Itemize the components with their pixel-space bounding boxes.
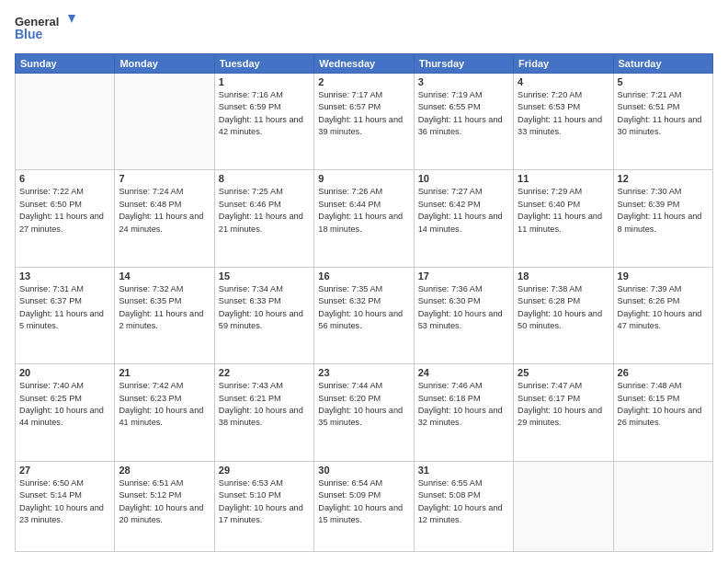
weekday-header: Saturday	[613, 54, 712, 74]
day-info: Sunrise: 7:44 AMSunset: 6:20 PMDaylight:…	[318, 380, 409, 429]
calendar-cell: 7Sunrise: 7:24 AMSunset: 6:48 PMDaylight…	[115, 170, 214, 267]
day-info: Sunrise: 7:16 AMSunset: 6:59 PMDaylight:…	[219, 89, 310, 138]
day-info: Sunrise: 7:21 AMSunset: 6:51 PMDaylight:…	[618, 89, 709, 138]
calendar-cell: 14Sunrise: 7:32 AMSunset: 6:35 PMDayligh…	[115, 267, 214, 363]
day-info: Sunrise: 7:46 AMSunset: 6:18 PMDaylight:…	[418, 380, 509, 429]
calendar-cell: 12Sunrise: 7:30 AMSunset: 6:39 PMDayligh…	[613, 170, 712, 267]
calendar-cell: 22Sunrise: 7:43 AMSunset: 6:21 PMDayligh…	[214, 364, 313, 461]
day-info: Sunrise: 6:51 AMSunset: 5:12 PMDaylight:…	[119, 477, 210, 526]
calendar-cell: 30Sunrise: 6:54 AMSunset: 5:09 PMDayligh…	[314, 461, 414, 551]
weekday-header: Sunday	[16, 54, 115, 74]
day-info: Sunrise: 7:29 AMSunset: 6:40 PMDaylight:…	[518, 186, 609, 235]
day-info: Sunrise: 7:20 AMSunset: 6:53 PMDaylight:…	[518, 89, 609, 138]
calendar-cell: 16Sunrise: 7:35 AMSunset: 6:32 PMDayligh…	[314, 267, 414, 363]
calendar-cell: 1Sunrise: 7:16 AMSunset: 6:59 PMDaylight…	[214, 74, 313, 170]
calendar-cell: 25Sunrise: 7:47 AMSunset: 6:17 PMDayligh…	[514, 364, 613, 461]
day-info: Sunrise: 6:53 AMSunset: 5:10 PMDaylight:…	[219, 477, 310, 526]
day-info: Sunrise: 7:26 AMSunset: 6:44 PMDaylight:…	[318, 186, 409, 235]
day-info: Sunrise: 7:25 AMSunset: 6:46 PMDaylight:…	[219, 186, 310, 235]
weekday-header: Wednesday	[314, 54, 414, 74]
calendar-cell: 10Sunrise: 7:27 AMSunset: 6:42 PMDayligh…	[414, 170, 513, 267]
day-number: 21	[119, 367, 210, 378]
day-number: 29	[219, 465, 310, 476]
calendar-header-row: SundayMondayTuesdayWednesdayThursdayFrid…	[16, 54, 713, 74]
day-number: 6	[19, 173, 110, 184]
day-number: 3	[418, 76, 509, 87]
calendar-cell: 2Sunrise: 7:17 AMSunset: 6:57 PMDaylight…	[314, 74, 414, 170]
day-number: 5	[618, 76, 709, 87]
day-number: 11	[518, 173, 609, 184]
weekday-header: Monday	[115, 54, 214, 74]
day-info: Sunrise: 7:48 AMSunset: 6:15 PMDaylight:…	[618, 380, 709, 429]
calendar-cell: 24Sunrise: 7:46 AMSunset: 6:18 PMDayligh…	[414, 364, 513, 461]
page: General Blue SundayMondayTuesdayWednesda…	[0, 0, 728, 563]
day-info: Sunrise: 7:22 AMSunset: 6:50 PMDaylight:…	[19, 186, 110, 235]
calendar-week-row: 27Sunrise: 6:50 AMSunset: 5:14 PMDayligh…	[16, 461, 713, 551]
day-number: 10	[418, 173, 509, 184]
day-number: 24	[418, 367, 509, 378]
calendar-cell	[514, 461, 613, 551]
day-info: Sunrise: 7:43 AMSunset: 6:21 PMDaylight:…	[219, 380, 310, 429]
calendar-cell	[16, 74, 115, 170]
day-info: Sunrise: 7:17 AMSunset: 6:57 PMDaylight:…	[318, 89, 409, 138]
day-number: 30	[318, 465, 409, 476]
day-info: Sunrise: 7:30 AMSunset: 6:39 PMDaylight:…	[618, 186, 709, 235]
calendar-table: SundayMondayTuesdayWednesdayThursdayFrid…	[15, 53, 713, 552]
day-number: 4	[518, 76, 609, 87]
calendar-cell: 20Sunrise: 7:40 AMSunset: 6:25 PMDayligh…	[16, 364, 115, 461]
weekday-header: Thursday	[414, 54, 513, 74]
logo-svg: General Blue	[15, 11, 79, 46]
day-info: Sunrise: 6:50 AMSunset: 5:14 PMDaylight:…	[19, 477, 110, 526]
day-info: Sunrise: 6:55 AMSunset: 5:08 PMDaylight:…	[418, 477, 509, 526]
day-number: 19	[618, 270, 709, 282]
day-number: 18	[518, 270, 609, 282]
day-number: 23	[318, 367, 409, 378]
day-info: Sunrise: 7:24 AMSunset: 6:48 PMDaylight:…	[119, 186, 210, 235]
calendar-cell: 4Sunrise: 7:20 AMSunset: 6:53 PMDaylight…	[514, 74, 613, 170]
day-number: 27	[19, 465, 110, 476]
day-number: 7	[119, 173, 210, 184]
calendar-cell: 28Sunrise: 6:51 AMSunset: 5:12 PMDayligh…	[115, 461, 214, 551]
day-number: 12	[618, 173, 709, 184]
day-number: 31	[418, 465, 509, 476]
calendar-cell: 18Sunrise: 7:38 AMSunset: 6:28 PMDayligh…	[514, 267, 613, 363]
weekday-header: Tuesday	[214, 54, 313, 74]
day-info: Sunrise: 7:19 AMSunset: 6:55 PMDaylight:…	[418, 89, 509, 138]
day-info: Sunrise: 7:42 AMSunset: 6:23 PMDaylight:…	[119, 380, 210, 429]
calendar-cell: 21Sunrise: 7:42 AMSunset: 6:23 PMDayligh…	[115, 364, 214, 461]
calendar-cell: 11Sunrise: 7:29 AMSunset: 6:40 PMDayligh…	[514, 170, 613, 267]
calendar-week-row: 1Sunrise: 7:16 AMSunset: 6:59 PMDaylight…	[16, 74, 713, 170]
calendar-cell: 6Sunrise: 7:22 AMSunset: 6:50 PMDaylight…	[16, 170, 115, 267]
day-number: 22	[219, 367, 310, 378]
calendar-cell: 23Sunrise: 7:44 AMSunset: 6:20 PMDayligh…	[314, 364, 414, 461]
day-info: Sunrise: 7:27 AMSunset: 6:42 PMDaylight:…	[418, 186, 509, 235]
day-number: 8	[219, 173, 310, 184]
calendar-cell: 15Sunrise: 7:34 AMSunset: 6:33 PMDayligh…	[214, 267, 313, 363]
logo: General Blue	[15, 11, 79, 46]
calendar-cell: 5Sunrise: 7:21 AMSunset: 6:51 PMDaylight…	[613, 74, 712, 170]
day-number: 1	[219, 76, 310, 87]
day-number: 25	[518, 367, 609, 378]
day-info: Sunrise: 7:32 AMSunset: 6:35 PMDaylight:…	[119, 283, 210, 332]
svg-marker-2	[68, 15, 75, 23]
calendar-cell: 19Sunrise: 7:39 AMSunset: 6:26 PMDayligh…	[613, 267, 712, 363]
calendar-cell: 17Sunrise: 7:36 AMSunset: 6:30 PMDayligh…	[414, 267, 513, 363]
calendar-cell: 13Sunrise: 7:31 AMSunset: 6:37 PMDayligh…	[16, 267, 115, 363]
calendar-week-row: 6Sunrise: 7:22 AMSunset: 6:50 PMDaylight…	[16, 170, 713, 267]
calendar-cell: 8Sunrise: 7:25 AMSunset: 6:46 PMDaylight…	[214, 170, 313, 267]
day-number: 16	[318, 270, 409, 282]
day-number: 20	[19, 367, 110, 378]
calendar-cell: 9Sunrise: 7:26 AMSunset: 6:44 PMDaylight…	[314, 170, 414, 267]
calendar-cell: 26Sunrise: 7:48 AMSunset: 6:15 PMDayligh…	[613, 364, 712, 461]
calendar-cell	[115, 74, 214, 170]
day-number: 2	[318, 76, 409, 87]
day-number: 28	[119, 465, 210, 476]
calendar-cell: 3Sunrise: 7:19 AMSunset: 6:55 PMDaylight…	[414, 74, 513, 170]
day-info: Sunrise: 7:47 AMSunset: 6:17 PMDaylight:…	[518, 380, 609, 429]
day-number: 13	[19, 270, 110, 282]
weekday-header: Friday	[514, 54, 613, 74]
day-info: Sunrise: 7:39 AMSunset: 6:26 PMDaylight:…	[618, 283, 709, 332]
calendar-cell: 29Sunrise: 6:53 AMSunset: 5:10 PMDayligh…	[214, 461, 313, 551]
day-info: Sunrise: 7:36 AMSunset: 6:30 PMDaylight:…	[418, 283, 509, 332]
day-info: Sunrise: 7:35 AMSunset: 6:32 PMDaylight:…	[318, 283, 409, 332]
